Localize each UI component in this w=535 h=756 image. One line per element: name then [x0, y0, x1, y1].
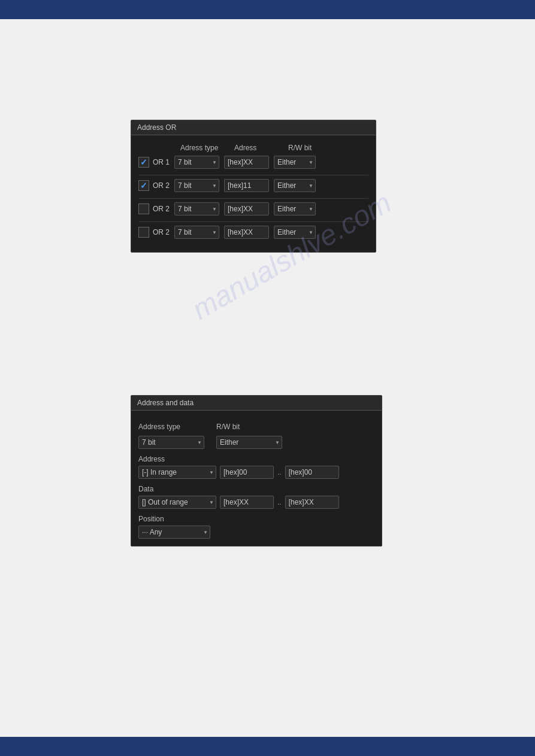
addr-type-label: Address type — [138, 423, 204, 431]
or-addr-type-select-1[interactable]: 7 bit10 bit — [174, 179, 219, 192]
or-addr-input-1[interactable] — [224, 179, 269, 192]
position-select-wrapper[interactable]: ··· Any First Last — [138, 526, 210, 539]
or-rw-select-3[interactable]: EitherWriteRead — [274, 226, 316, 239]
addr-range-type-wrapper[interactable]: [-] In range [] Out of range — [138, 466, 216, 479]
address-and-data-panel: Address and data Address type 7 bit 10 b… — [131, 395, 382, 546]
rw-bit-label: R/W bit — [216, 423, 282, 431]
or-rw-wrapper-3[interactable]: EitherWriteRead — [274, 226, 316, 239]
or-addr-input-0[interactable] — [224, 156, 269, 169]
or-addr-type-wrapper-0[interactable]: 7 bit10 bit — [174, 156, 219, 169]
or-row-checkbox-3[interactable] — [138, 227, 149, 238]
position-label: Position — [138, 515, 374, 523]
or-row-1: ✓OR 27 bit10 bitEitherWriteRead — [138, 178, 368, 193]
header-address: Adress — [234, 144, 288, 152]
or-rw-wrapper-2[interactable]: EitherWriteRead — [274, 202, 316, 215]
rw-bit-select-wrapper[interactable]: Either Write Read — [216, 436, 282, 449]
or-addr-input-3[interactable] — [224, 226, 269, 239]
addr-type-select-wrapper[interactable]: 7 bit 10 bit — [138, 436, 204, 449]
or-rw-wrapper-0[interactable]: EitherWriteRead — [274, 156, 316, 169]
addr-range-separator: .. — [277, 468, 282, 476]
address-or-title: Address OR — [131, 120, 376, 135]
or-row-label-1: OR 2 — [153, 181, 174, 190]
header-rw: R/W bit — [288, 144, 336, 152]
or-row-label-2: OR 2 — [153, 205, 174, 213]
data-range-separator: .. — [277, 498, 282, 506]
data-range-type-select[interactable]: [-] In range [] Out of range — [138, 496, 216, 509]
or-addr-type-wrapper-1[interactable]: 7 bit10 bit — [174, 179, 219, 192]
data-section-label: Data — [138, 485, 374, 493]
or-row-2: OR 27 bit10 bitEitherWriteRead — [138, 201, 368, 217]
or-row-label-0: OR 1 — [153, 158, 174, 166]
or-row-checkbox-0[interactable]: ✓ — [138, 157, 149, 168]
addr-from-input[interactable] — [220, 466, 274, 479]
or-addr-type-wrapper-3[interactable]: 7 bit10 bit — [174, 226, 219, 239]
or-row-0: ✓OR 17 bit10 bitEitherWriteRead — [138, 154, 368, 170]
data-range-type-wrapper[interactable]: [-] In range [] Out of range — [138, 496, 216, 509]
top-bar — [0, 0, 535, 19]
addr-to-input[interactable] — [285, 466, 339, 479]
or-rw-select-0[interactable]: EitherWriteRead — [274, 156, 316, 169]
or-row-checkbox-2[interactable] — [138, 204, 149, 214]
checkmark-icon-0: ✓ — [140, 157, 147, 167]
addr-type-select[interactable]: 7 bit 10 bit — [138, 436, 204, 449]
or-rw-select-1[interactable]: EitherWriteRead — [274, 179, 316, 192]
column-headers: Adress type Adress R/W bit — [138, 140, 368, 154]
header-addr-type: Adress type — [180, 144, 234, 152]
or-addr-type-select-2[interactable]: 7 bit10 bit — [174, 202, 219, 215]
rw-bit-select[interactable]: Either Write Read — [216, 436, 282, 449]
address-section-label: Address — [138, 455, 374, 463]
or-row-checkbox-1[interactable]: ✓ — [138, 180, 149, 191]
address-or-panel: Address OR Adress type Adress R/W bit ✓O… — [131, 120, 376, 253]
position-select[interactable]: ··· Any First Last — [138, 526, 210, 539]
bottom-bar — [0, 737, 535, 756]
or-addr-type-select-0[interactable]: 7 bit10 bit — [174, 156, 219, 169]
or-rows-container: ✓OR 17 bit10 bitEitherWriteRead✓OR 27 bi… — [138, 154, 368, 240]
checkmark-icon-1: ✓ — [140, 181, 147, 190]
or-addr-type-select-3[interactable]: 7 bit10 bit — [174, 226, 219, 239]
data-from-input[interactable] — [220, 496, 274, 509]
or-rw-select-2[interactable]: EitherWriteRead — [274, 202, 316, 215]
address-and-data-title: Address and data — [131, 396, 382, 411]
addr-range-type-select[interactable]: [-] In range [] Out of range — [138, 466, 216, 479]
or-rw-wrapper-1[interactable]: EitherWriteRead — [274, 179, 316, 192]
or-row-label-3: OR 2 — [153, 228, 174, 236]
data-to-input[interactable] — [285, 496, 339, 509]
or-addr-input-2[interactable] — [224, 202, 269, 215]
or-addr-type-wrapper-2[interactable]: 7 bit10 bit — [174, 202, 219, 215]
or-row-3: OR 27 bit10 bitEitherWriteRead — [138, 224, 368, 240]
